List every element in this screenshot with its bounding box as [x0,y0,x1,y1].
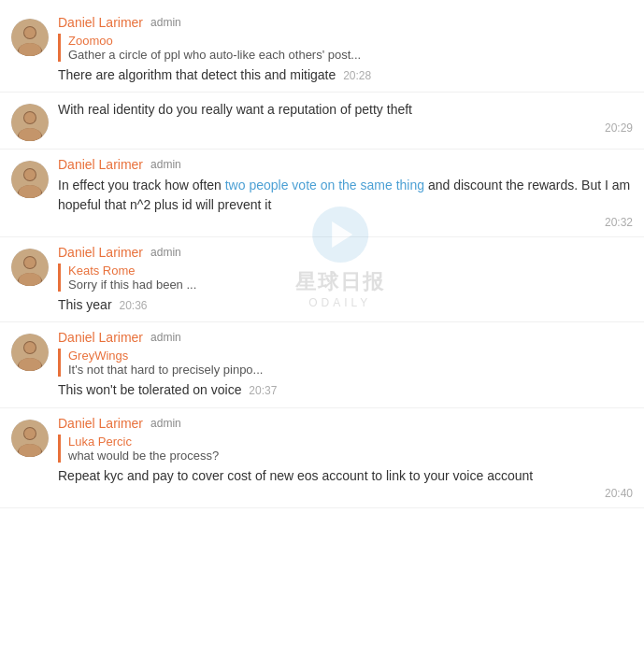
svg-point-23 [24,342,36,353]
quote-block: Luka Percic what would be the process? [58,435,633,463]
message-text: There are algorithm that detect this and… [58,65,633,84]
message-group: Daniel Larimer admin GreyWings It's not … [0,322,644,407]
sender-name: Daniel Larimer [58,330,143,345]
message-header: Daniel Larimer admin [58,416,633,431]
chat-container: 星球日报 ODAILY Daniel Larimer admin Zoomoo … [0,0,644,516]
message-content: Daniel Larimer admin GreyWings It's not … [58,330,633,399]
timestamp: 20:29 [605,121,633,135]
message-content: Daniel Larimer admin Zoomoo Gather a cir… [58,15,633,84]
avatar [11,161,49,198]
message-group: Daniel Larimer admin Zoomoo Gather a cir… [0,7,644,93]
sender-name: Daniel Larimer [58,157,143,172]
svg-point-8 [24,112,36,123]
message-content: Daniel Larimer admin Luka Percic what wo… [58,416,633,500]
quote-text: Sorry if this had been ... [68,278,633,292]
message-group: With real identity do you really want a … [0,93,644,150]
sender-name: Daniel Larimer [58,416,143,431]
timestamp: 20:40 [605,487,633,500]
quote-author: Zoomoo [68,34,633,48]
avatar [11,104,49,141]
quote-author: Luka Percic [68,435,633,449]
avatar [11,420,49,457]
message-content: Daniel Larimer admin In effect you track… [58,157,633,229]
admin-badge: admin [150,158,181,171]
message-text: With real identity do you really want a … [58,100,633,119]
quote-block: GreyWings It's not that hard to precisel… [58,349,633,377]
quote-author: GreyWings [68,349,633,363]
message-text: This won't be tolerated on voice 20:37 [58,380,633,399]
timestamp: 20:32 [605,216,633,229]
quote-text: what would be the process? [68,449,633,463]
avatar [11,19,49,56]
sender-name: Daniel Larimer [58,15,143,30]
timestamp: 20:37 [249,384,277,397]
message-group: Daniel Larimer admin In effect you track… [0,150,644,237]
message-header: Daniel Larimer admin [58,15,633,30]
message-group: Daniel Larimer admin Keats Rome Sorry if… [0,237,644,322]
svg-point-28 [24,428,36,439]
message-content: Daniel Larimer admin Keats Rome Sorry if… [58,245,633,314]
admin-badge: admin [150,331,181,344]
admin-badge: admin [150,16,181,29]
quote-block: Keats Rome Sorry if this had been ... [58,264,633,292]
message-text: In effect you track how often two people… [58,176,633,214]
message-content: With real identity do you really want a … [58,100,633,134]
message-header: Daniel Larimer admin [58,157,633,172]
quote-text: It's not that hard to precisely pinpo... [68,363,633,377]
timestamp: 20:28 [343,69,371,82]
admin-badge: admin [150,417,181,430]
timestamp: 20:36 [119,299,147,312]
message-text: This year 20:36 [58,295,633,314]
message-header: Daniel Larimer admin [58,330,633,345]
message-group: Daniel Larimer admin Luka Percic what wo… [0,408,644,508]
svg-point-18 [24,257,36,268]
quote-text: Gather a circle of ppl who auto-like eac… [68,48,633,62]
svg-point-3 [24,27,36,38]
message-header: Daniel Larimer admin [58,245,633,260]
quote-block: Zoomoo Gather a circle of ppl who auto-l… [58,34,633,62]
avatar [11,334,49,371]
sender-name: Daniel Larimer [58,245,143,260]
svg-point-13 [24,169,36,180]
quote-author: Keats Rome [68,264,633,278]
message-text: Repeat kyc and pay to cover cost of new … [58,466,633,485]
admin-badge: admin [150,246,181,259]
avatar [11,249,49,286]
